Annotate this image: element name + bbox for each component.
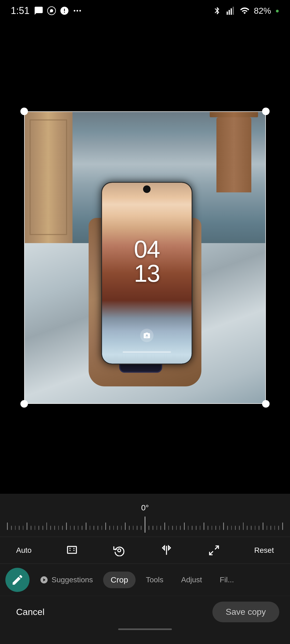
hand-phone: 04 13 bbox=[81, 176, 209, 386]
phone-notch bbox=[143, 185, 151, 193]
svg-rect-6 bbox=[231, 8, 232, 15]
ruler-container[interactable] bbox=[0, 517, 290, 533]
edit-icon-button[interactable] bbox=[5, 568, 30, 592]
tab-crop[interactable]: Crop bbox=[103, 572, 136, 588]
svg-line-10 bbox=[215, 546, 218, 549]
wooden-stand bbox=[216, 117, 251, 192]
photo-container: 04 13 bbox=[0, 21, 290, 494]
photo-image: 04 13 bbox=[24, 111, 266, 404]
svg-line-11 bbox=[209, 551, 213, 555]
status-bar: 1:51 82% ● bbox=[0, 0, 290, 21]
status-time: 1:51 bbox=[11, 5, 82, 16]
save-copy-button[interactable]: Save copy bbox=[212, 602, 279, 622]
svg-rect-5 bbox=[229, 10, 230, 15]
crop-area[interactable]: 04 13 bbox=[24, 111, 266, 404]
crop-tools-bar: Auto bbox=[0, 537, 290, 564]
battery-level: 82% bbox=[254, 6, 271, 16]
expand-button[interactable] bbox=[207, 543, 221, 557]
flip-icon bbox=[160, 543, 173, 557]
phone-hour: 04 bbox=[102, 237, 192, 261]
svg-rect-7 bbox=[233, 7, 234, 15]
status-right-icons: 82% ● bbox=[213, 6, 279, 16]
tab-filters[interactable]: Fil... bbox=[212, 572, 241, 588]
reset-button[interactable]: Reset bbox=[254, 546, 274, 555]
rotation-section[interactable]: 0° bbox=[0, 494, 290, 537]
signal-icon bbox=[226, 6, 235, 16]
svg-point-9 bbox=[118, 549, 121, 552]
tab-adjust[interactable]: Adjust bbox=[174, 572, 210, 588]
aspect-ratio-icon bbox=[65, 543, 79, 557]
whatsapp-icon bbox=[47, 6, 56, 16]
svg-rect-8 bbox=[67, 546, 76, 553]
expand-icon bbox=[207, 543, 221, 557]
cancel-button[interactable]: Cancel bbox=[11, 601, 50, 623]
adjust-label: Adjust bbox=[181, 576, 202, 584]
filters-label: Fil... bbox=[220, 576, 234, 584]
svg-point-1 bbox=[74, 10, 75, 12]
flip-button[interactable] bbox=[160, 543, 173, 557]
nav-indicator bbox=[0, 628, 290, 631]
aspect-ratio-button[interactable] bbox=[65, 543, 79, 557]
tools-label: Tools bbox=[146, 576, 163, 584]
rotate-button[interactable] bbox=[112, 543, 126, 557]
svg-point-2 bbox=[77, 10, 78, 12]
svg-rect-4 bbox=[227, 12, 228, 15]
time-display: 1:51 bbox=[11, 5, 30, 16]
status-notification-icons bbox=[34, 6, 82, 16]
action-bar: Cancel Save copy bbox=[0, 596, 290, 628]
auto-tool-label: Auto bbox=[16, 546, 32, 555]
phone-time: 04 13 bbox=[102, 237, 192, 286]
bluetooth-icon bbox=[213, 6, 222, 15]
notification-icon bbox=[60, 6, 69, 16]
crop-label: Crop bbox=[111, 575, 128, 584]
suggestions-label: Suggestions bbox=[52, 576, 93, 584]
battery-dot: ● bbox=[276, 7, 280, 14]
tab-tools[interactable]: Tools bbox=[138, 572, 171, 588]
svg-point-3 bbox=[79, 10, 81, 12]
more-icon bbox=[73, 6, 82, 16]
reset-label: Reset bbox=[254, 546, 274, 555]
rotate-icon bbox=[112, 543, 126, 557]
ruler-center-line bbox=[145, 517, 145, 533]
wifi-icon bbox=[240, 6, 249, 16]
unlock-bar bbox=[123, 351, 171, 353]
phone-camera-icon bbox=[140, 329, 154, 342]
phone-device: 04 13 bbox=[101, 182, 193, 364]
auto-tool-button[interactable]: Auto bbox=[16, 546, 32, 555]
bubble-icon bbox=[34, 6, 44, 16]
phone-screen: 04 13 bbox=[102, 183, 192, 364]
phone-minute: 13 bbox=[102, 261, 192, 286]
bottom-panel: 0° Auto bbox=[0, 494, 290, 644]
wall-panel bbox=[24, 111, 73, 243]
tab-bar: Suggestions Crop Tools Adjust Fil... bbox=[0, 564, 290, 596]
nav-pill bbox=[118, 628, 172, 630]
rotation-degree: 0° bbox=[141, 503, 149, 512]
tab-suggestions[interactable]: Suggestions bbox=[32, 572, 100, 588]
